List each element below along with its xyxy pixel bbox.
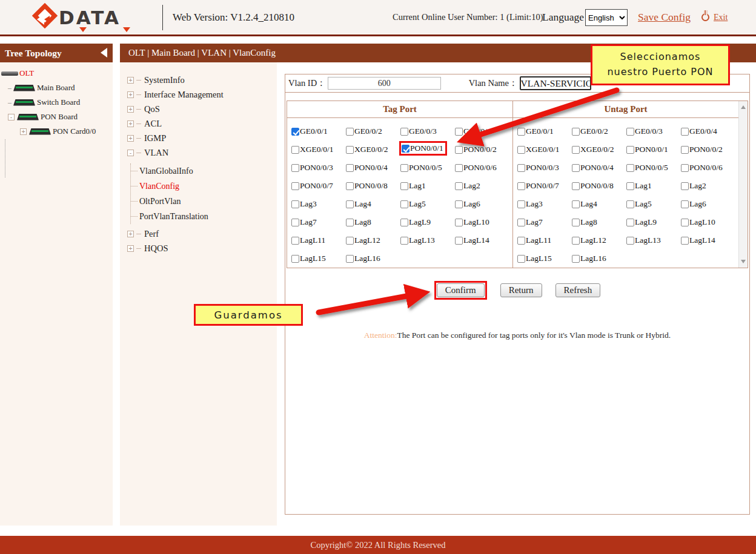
tree-item-switch-board[interactable]: – Switch Board — [0, 95, 113, 110]
tag-checkbox-lag7[interactable] — [291, 219, 299, 226]
tag-checkbox-pon0-0-7[interactable] — [291, 182, 299, 190]
tree-item-main-board[interactable]: – Main Board — [0, 81, 113, 95]
untag-checkbox-xge0-0-1[interactable] — [517, 146, 525, 154]
menu-item-vlanconfig[interactable]: VlanConfig — [131, 179, 277, 194]
collapse-expander-icon[interactable]: - — [8, 114, 15, 120]
untag-checkbox-lag7[interactable] — [517, 219, 525, 226]
plus-expander-icon[interactable]: + — [127, 231, 134, 237]
tag-checkbox-ge0-0-1[interactable] — [291, 128, 299, 136]
sidebar-collapse-icon[interactable] — [101, 48, 107, 58]
untag-checkbox-pon0-0-8[interactable] — [572, 182, 580, 190]
tag-checkbox-ge0-0-3[interactable] — [400, 128, 408, 136]
menu-item-vlan[interactable]: - VLAN — [120, 145, 277, 160]
menu-item-systeminfo[interactable]: + SystemInfo — [120, 73, 277, 87]
table-scrollbar[interactable] — [738, 101, 748, 268]
menu-item-vlanglobalinfo[interactable]: VlanGlobalInfo — [131, 163, 277, 179]
untag-checkbox-ge0-0-4[interactable] — [681, 128, 689, 136]
tag-checkbox-xge0-0-2[interactable] — [346, 146, 354, 154]
untag-checkbox-lagl13[interactable] — [626, 237, 634, 245]
plus-expander-icon[interactable]: + — [127, 135, 134, 142]
tag-checkbox-pon0-0-5[interactable] — [400, 164, 408, 172]
untag-checkbox-lagl11[interactable] — [517, 237, 525, 245]
tree-item-pon-card[interactable]: + PON Card0/0 — [0, 124, 113, 139]
untag-checkbox-pon0-0-3[interactable] — [517, 164, 525, 172]
tag-checkbox-ge0-0-2[interactable] — [346, 128, 354, 136]
plus-expander-icon[interactable]: + — [127, 245, 134, 252]
minus-expander-icon[interactable]: - — [127, 150, 134, 156]
menu-item-interface-management[interactable]: + Interface Management — [120, 87, 277, 102]
language-select[interactable]: English — [585, 9, 628, 26]
tag-checkbox-lagl10[interactable] — [455, 219, 463, 226]
tag-checkbox-lag2[interactable] — [455, 182, 463, 190]
untag-checkbox-lagl12[interactable] — [572, 237, 580, 245]
menu-item-igmp[interactable]: + IGMP — [120, 131, 277, 145]
untag-checkbox-pon0-0-4[interactable] — [572, 164, 580, 172]
expand-expander-icon[interactable]: + — [20, 128, 27, 135]
untag-checkbox-lagl16[interactable] — [572, 255, 580, 263]
menu-item-acl[interactable]: + ACL — [120, 116, 277, 131]
untag-checkbox-lagl14[interactable] — [681, 237, 689, 245]
untag-checkbox-pon0-0-5[interactable] — [626, 164, 634, 172]
untag-checkbox-lag5[interactable] — [626, 200, 634, 208]
tag-checkbox-pon0-0-6[interactable] — [455, 164, 463, 172]
tag-checkbox-lag5[interactable] — [400, 200, 408, 208]
refresh-button[interactable]: Refresh — [555, 283, 601, 297]
menu-item-portvlantranslation[interactable]: PortVlanTranslation — [131, 209, 277, 224]
plus-expander-icon[interactable]: + — [127, 77, 134, 84]
plus-expander-icon[interactable]: + — [127, 106, 134, 113]
untag-checkbox-xge0-0-2[interactable] — [572, 146, 580, 154]
tag-checkbox-lagl12[interactable] — [346, 237, 354, 245]
untag-checkbox-lagl10[interactable] — [681, 219, 689, 226]
untag-checkbox-pon0-0-6[interactable] — [681, 164, 689, 172]
tag-checkbox-ge0-0-4[interactable] — [455, 128, 463, 136]
tag-checkbox-pon0-0-8[interactable] — [346, 182, 354, 190]
tag-checkbox-lag3[interactable] — [291, 200, 299, 208]
vlan-name-input[interactable] — [520, 76, 591, 90]
untag-checkbox-ge0-0-1[interactable] — [517, 128, 525, 136]
untag-checkbox-lag3[interactable] — [517, 200, 525, 208]
untag-checkbox-pon0-0-7[interactable] — [517, 182, 525, 190]
untag-checkbox-lag2[interactable] — [681, 182, 689, 190]
untag-checkbox-lag1[interactable] — [626, 182, 634, 190]
tag-checkbox-pon0-0-1[interactable] — [402, 145, 409, 153]
save-config-link[interactable]: Save Config — [638, 0, 691, 35]
tag-checkbox-lag4[interactable] — [346, 200, 354, 208]
tag-checkbox-lagl11[interactable] — [291, 237, 299, 245]
tag-checkbox-lagl9[interactable] — [400, 219, 408, 226]
tag-checkbox-lagl16[interactable] — [346, 255, 354, 263]
menu-item-hqos[interactable]: + HQOS — [120, 241, 277, 256]
menu-item-oltportvlan[interactable]: OltPortVlan — [131, 194, 277, 209]
untag-checkbox-pon0-0-1[interactable] — [626, 146, 634, 154]
untag-checkbox-ge0-0-3[interactable] — [626, 128, 634, 136]
exit-button[interactable]: Exit — [701, 0, 728, 35]
untag-checkbox-lag8[interactable] — [572, 219, 580, 226]
tag-checkbox-xge0-0-1[interactable] — [291, 146, 299, 154]
tag-checkbox-pon0-0-4[interactable] — [346, 164, 354, 172]
plus-expander-icon[interactable]: + — [127, 120, 134, 127]
untag-checkbox-lag4[interactable] — [572, 200, 580, 208]
tag-checkbox-lagl14[interactable] — [455, 237, 463, 245]
tree-item-olt[interactable]: OLT — [0, 66, 113, 81]
tag-checkbox-lag6[interactable] — [455, 200, 463, 208]
tag-checkbox-pon0-0-3[interactable] — [291, 164, 299, 172]
menu-item-perf[interactable]: + Perf — [120, 226, 277, 241]
untag-checkbox-ge0-0-2[interactable] — [572, 128, 580, 136]
vlan-id-input[interactable] — [328, 77, 441, 90]
tree-item-pon-board[interactable]: - PON Board — [0, 110, 113, 124]
scroll-up-icon[interactable] — [741, 105, 746, 109]
tag-checkbox-lag8[interactable] — [346, 219, 354, 226]
tag-checkbox-lag1[interactable] — [400, 182, 408, 190]
untag-checkbox-lagl9[interactable] — [626, 219, 634, 226]
return-button[interactable]: Return — [500, 283, 542, 297]
tag-checkbox-pon0-0-2[interactable] — [455, 146, 463, 154]
tag-checkbox-lagl15[interactable] — [291, 255, 299, 263]
untag-checkbox-lagl15[interactable] — [517, 255, 525, 263]
untag-checkbox-lag6[interactable] — [681, 200, 689, 208]
menu-item-qos[interactable]: + QoS — [120, 102, 277, 116]
port-label: GE0/0/2 — [354, 127, 382, 136]
tag-checkbox-lagl13[interactable] — [400, 237, 408, 245]
scroll-down-icon[interactable] — [741, 260, 746, 263]
untag-checkbox-pon0-0-2[interactable] — [681, 146, 689, 154]
plus-expander-icon[interactable]: + — [127, 91, 134, 98]
confirm-button[interactable]: Confirm — [437, 283, 485, 297]
